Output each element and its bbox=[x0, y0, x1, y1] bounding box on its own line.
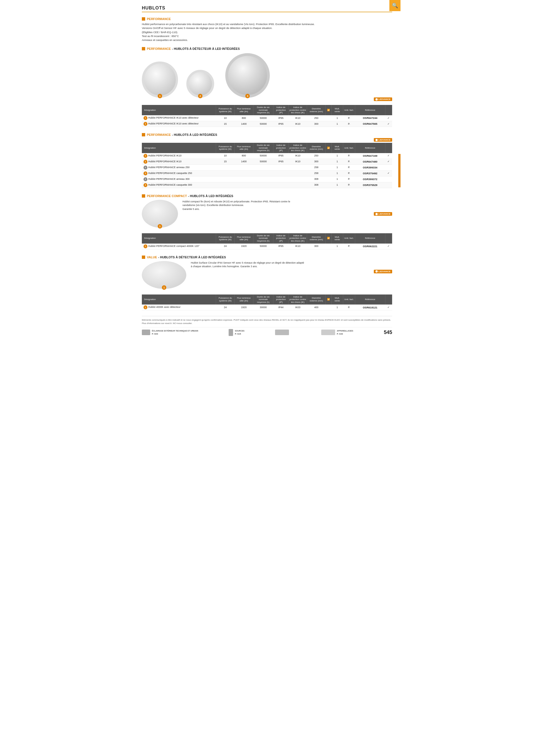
td-duree: 50000 bbox=[253, 244, 273, 249]
td-unit: P. bbox=[343, 176, 355, 182]
td-puissance bbox=[216, 182, 235, 188]
td-ik: IK10 bbox=[289, 159, 307, 165]
td-ik bbox=[289, 170, 307, 176]
table-row: 1Hublot PERFORMANCE IK10 avec détecteur … bbox=[142, 121, 392, 127]
th-unit: Unit. fact. bbox=[343, 294, 355, 305]
num-badge-2: 2 bbox=[198, 94, 202, 98]
td-reference: OSR647244 bbox=[355, 115, 385, 121]
td-ip bbox=[273, 176, 289, 182]
nav-icon-1 bbox=[142, 330, 150, 335]
page: 🔍 HUBLOTS PERFORMANCE Hublot performance… bbox=[134, 0, 400, 341]
page-footer: Eléments communiqués à titre indicatif e… bbox=[142, 316, 392, 336]
ledvance-badge: LEDVANCE bbox=[374, 97, 392, 101]
td-mult: 1 bbox=[331, 115, 343, 121]
td-puissance bbox=[216, 165, 235, 170]
th-reference: Référence bbox=[355, 143, 385, 153]
th-duree: Durée de vie nominale moyenne (h) bbox=[253, 233, 273, 244]
th-designation: Désignation bbox=[142, 143, 216, 153]
th-check bbox=[385, 143, 392, 153]
td-designation: 3Hublot PERFORMANCE casquette 300 bbox=[142, 182, 216, 188]
th-designation: Désignation bbox=[142, 105, 216, 115]
td-puissance bbox=[216, 170, 235, 176]
td-reference: OSR399334 bbox=[355, 165, 385, 170]
led-dot-icon bbox=[375, 213, 378, 215]
value-text-area: Hublot Surface Circular IP44 Sensor HF a… bbox=[191, 261, 392, 273]
orange-bar-icon bbox=[142, 194, 145, 198]
perf-det-label-black: - HUBLOTS À DÉTECTEUR À LED INTÉGRÉES bbox=[172, 47, 240, 50]
value-desc-row: 1 Hublot Surface Circular IP44 Sensor HF… bbox=[142, 261, 392, 293]
th-puissance: Puissance du système (W) bbox=[216, 294, 235, 305]
td-diametre: 300 bbox=[307, 121, 326, 127]
th-check bbox=[385, 105, 392, 115]
td-diametre: 258 bbox=[307, 170, 326, 176]
table-row: 1Hublot 4000K avec détecteur 24 1920 300… bbox=[142, 305, 392, 310]
perf-led-header: PERFORMANCE - HUBLOTS À LED INTÉGRÉES bbox=[142, 133, 392, 136]
td-check: ✓ bbox=[385, 244, 392, 249]
corner-icon: 🔍 bbox=[389, 0, 400, 11]
td-duree bbox=[253, 182, 273, 188]
td-puissance bbox=[216, 176, 235, 182]
td-wifi bbox=[326, 153, 332, 159]
th-puissance: Puissance du système (W) bbox=[216, 233, 235, 244]
table-row: 3Hublot PERFORMANCE casquette 250 258 1 … bbox=[142, 170, 392, 176]
th-ik: Indice de protection contre les chocs (I… bbox=[289, 105, 307, 115]
row-badge: 1 bbox=[143, 116, 147, 120]
td-designation: 2Hublot PERFORMANCE anneau 250 bbox=[142, 165, 216, 170]
ledvance-badge-compact: LEDVANCE bbox=[374, 212, 392, 216]
td-wifi bbox=[326, 305, 332, 310]
td-mult: 1 bbox=[331, 159, 343, 165]
td-mult: 1 bbox=[331, 170, 343, 176]
td-duree: 50000 bbox=[253, 121, 273, 127]
td-diametre: 250 bbox=[307, 153, 326, 159]
table-row: 1Hublot PERFORMANCE IK10 avec détecteur … bbox=[142, 115, 392, 121]
th-ip: Indice de protection (IP) bbox=[273, 233, 289, 244]
td-unit: P. bbox=[343, 305, 355, 310]
td-duree: 50000 bbox=[253, 115, 273, 121]
th-flux: Flux lumineux utile (lm) bbox=[235, 294, 253, 305]
td-wifi bbox=[326, 244, 332, 249]
perf-det-header: PERFORMANCE - HUBLOTS À DÉTECTEUR À LED … bbox=[142, 47, 392, 50]
table-row: 2Hublot PERFORMANCE anneau 250 258 1 P. … bbox=[142, 165, 392, 170]
td-unit: P. bbox=[343, 244, 355, 249]
right-accent-bar bbox=[398, 154, 400, 187]
table-row: 3Hublot PERFORMANCE casquette 300 308 1 … bbox=[142, 182, 392, 188]
td-flux: 1400 bbox=[235, 121, 253, 127]
th-designation: Désignation bbox=[142, 294, 216, 305]
th-flux: Flux lumineux utile (lm) bbox=[235, 233, 253, 244]
td-check: ✓ bbox=[385, 159, 392, 165]
orange-bar-icon bbox=[142, 256, 145, 259]
th-wifi: 📶 bbox=[326, 294, 332, 305]
product-images-row: 1 2 3 LEDVANCE bbox=[142, 53, 392, 102]
table-row: 2Hublot PERFORMANCE anneau 300 308 1 P. … bbox=[142, 176, 392, 182]
performance-detecteur-section: PERFORMANCE - HUBLOTS À DÉTECTEUR À LED … bbox=[142, 47, 392, 127]
td-reference: OSR399372 bbox=[355, 176, 385, 182]
page-number: 545 bbox=[384, 329, 392, 336]
td-ik: IK10 bbox=[289, 244, 307, 249]
orange-bar-icon bbox=[142, 133, 145, 136]
td-wifi bbox=[326, 165, 332, 170]
th-ik: Indice de protection contre les chocs (I… bbox=[289, 233, 307, 244]
td-unit: P. bbox=[343, 165, 355, 170]
row-badge: 3 bbox=[143, 172, 147, 176]
th-mult: Mult. vente bbox=[331, 143, 343, 153]
perf-det-table: Désignation Puissance du système (W) Flu… bbox=[142, 105, 392, 127]
td-ik: IK10 bbox=[289, 153, 307, 159]
td-flux bbox=[235, 170, 253, 176]
td-unit: P. bbox=[343, 159, 355, 165]
product-img-3: 3 bbox=[225, 53, 270, 98]
td-ip bbox=[273, 170, 289, 176]
td-duree: 50000 bbox=[253, 153, 273, 159]
th-duree: Durée de vie nominale moyenne (h) bbox=[253, 294, 273, 305]
td-wifi bbox=[326, 176, 332, 182]
row-badge: 1 bbox=[143, 154, 147, 158]
td-reference: OSR647169 bbox=[355, 153, 385, 159]
td-designation: 1Hublot PERFORMANCE IK10 avec détecteur bbox=[142, 115, 216, 121]
ledvance-badge-value: LEDVANCE bbox=[374, 270, 392, 273]
td-unit: P. bbox=[343, 115, 355, 121]
value-det-header: VALUE - HUBLOTS À DÉTECTEUR À LED INTÉGR… bbox=[142, 256, 392, 259]
perf-compact-label-orange: PERFORMANCE COMPACT bbox=[147, 194, 187, 198]
footer-nav-item-2: SOURCES P. 615 bbox=[229, 329, 244, 336]
th-wifi: 📶 bbox=[326, 143, 332, 153]
th-ik: Indice de protection contre les chocs (I… bbox=[289, 294, 307, 305]
th-duree: Durée de vie nominale moyenne (h) bbox=[253, 143, 273, 153]
